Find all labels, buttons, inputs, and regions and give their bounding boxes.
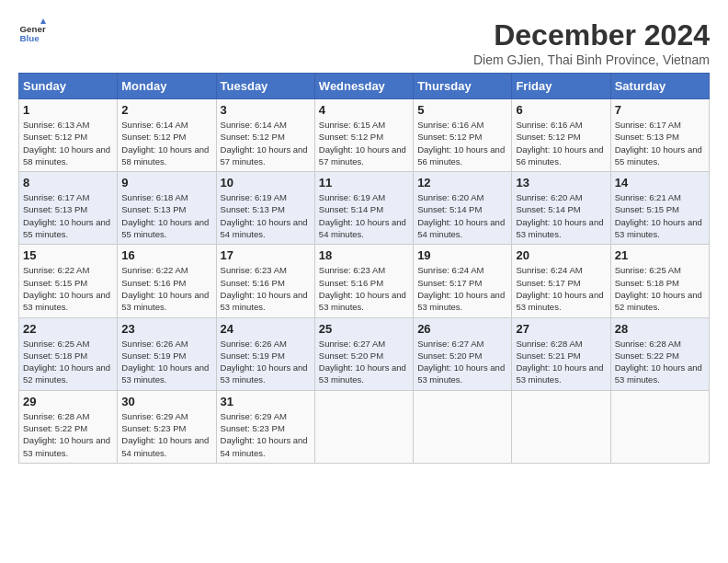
day-info: Sunrise: 6:25 AM Sunset: 5:18 PM Dayligh…: [615, 264, 705, 313]
day-cell: 15 Sunrise: 6:22 AM Sunset: 5:15 PM Dayl…: [19, 245, 118, 317]
day-number: 16: [121, 248, 211, 262]
day-cell: 18 Sunrise: 6:23 AM Sunset: 5:16 PM Dayl…: [314, 245, 413, 317]
day-number: 13: [516, 176, 606, 190]
day-info: Sunrise: 6:14 AM Sunset: 5:12 PM Dayligh…: [121, 119, 211, 167]
day-cell: 13 Sunrise: 6:20 AM Sunset: 5:14 PM Dayl…: [512, 172, 610, 245]
day-cell: 26 Sunrise: 6:27 AM Sunset: 5:20 PM Dayl…: [414, 317, 512, 390]
day-info: Sunrise: 6:22 AM Sunset: 5:16 PM Dayligh…: [121, 264, 211, 313]
day-info: Sunrise: 6:19 AM Sunset: 5:13 PM Dayligh…: [221, 191, 311, 240]
day-number: 28: [615, 322, 705, 336]
header-cell-thursday: Thursday: [414, 74, 512, 99]
day-info: Sunrise: 6:28 AM Sunset: 5:22 PM Dayligh…: [615, 338, 705, 386]
day-number: 30: [121, 395, 211, 408]
calendar-title: December 2024: [473, 18, 710, 52]
page-header: General Blue December 2024 Diem GJien, T…: [18, 18, 710, 67]
day-info: Sunrise: 6:26 AM Sunset: 5:19 PM Dayligh…: [121, 338, 211, 386]
day-cell: 14 Sunrise: 6:21 AM Sunset: 5:15 PM Dayl…: [610, 172, 709, 245]
day-cell: 3 Sunrise: 6:14 AM Sunset: 5:12 PM Dayli…: [216, 99, 314, 172]
day-cell: 22 Sunrise: 6:25 AM Sunset: 5:18 PM Dayl…: [19, 317, 118, 390]
day-cell: 4 Sunrise: 6:15 AM Sunset: 5:12 PM Dayli…: [314, 99, 413, 172]
header-cell-sunday: Sunday: [19, 74, 118, 99]
day-cell: 28 Sunrise: 6:28 AM Sunset: 5:22 PM Dayl…: [610, 317, 709, 390]
logo: General Blue: [18, 18, 46, 46]
header-cell-monday: Monday: [118, 74, 216, 99]
day-info: Sunrise: 6:25 AM Sunset: 5:18 PM Dayligh…: [23, 338, 113, 386]
day-cell: 6 Sunrise: 6:16 AM Sunset: 5:12 PM Dayli…: [512, 99, 610, 172]
day-number: 15: [23, 248, 113, 262]
day-info: Sunrise: 6:28 AM Sunset: 5:21 PM Dayligh…: [516, 338, 606, 386]
day-number: 4: [319, 103, 409, 117]
day-number: 10: [221, 176, 311, 190]
day-cell: 25 Sunrise: 6:27 AM Sunset: 5:20 PM Dayl…: [314, 317, 413, 390]
day-info: Sunrise: 6:29 AM Sunset: 5:23 PM Dayligh…: [121, 410, 211, 459]
day-number: 8: [23, 176, 113, 190]
day-cell: 27 Sunrise: 6:28 AM Sunset: 5:21 PM Dayl…: [512, 317, 610, 390]
day-info: Sunrise: 6:20 AM Sunset: 5:14 PM Dayligh…: [417, 191, 507, 240]
day-info: Sunrise: 6:24 AM Sunset: 5:17 PM Dayligh…: [516, 264, 606, 313]
day-info: Sunrise: 6:21 AM Sunset: 5:15 PM Dayligh…: [615, 191, 705, 240]
day-number: 29: [23, 395, 113, 408]
week-row-2: 8 Sunrise: 6:17 AM Sunset: 5:13 PM Dayli…: [19, 172, 710, 245]
day-number: 14: [615, 176, 705, 190]
calendar-subtitle: Diem GJien, Thai Binh Province, Vietnam: [473, 52, 710, 67]
day-info: Sunrise: 6:18 AM Sunset: 5:13 PM Dayligh…: [121, 191, 211, 240]
day-info: Sunrise: 6:17 AM Sunset: 5:13 PM Dayligh…: [615, 119, 705, 167]
day-number: 20: [516, 248, 606, 262]
header-cell-saturday: Saturday: [610, 74, 709, 99]
day-number: 21: [615, 248, 705, 262]
day-number: 9: [121, 176, 211, 190]
header-row: SundayMondayTuesdayWednesdayThursdayFrid…: [19, 74, 710, 99]
week-row-1: 1 Sunrise: 6:13 AM Sunset: 5:12 PM Dayli…: [19, 99, 710, 172]
day-info: Sunrise: 6:14 AM Sunset: 5:12 PM Dayligh…: [221, 119, 311, 167]
day-info: Sunrise: 6:29 AM Sunset: 5:23 PM Dayligh…: [221, 410, 311, 459]
day-info: Sunrise: 6:24 AM Sunset: 5:17 PM Dayligh…: [417, 264, 507, 313]
day-cell: 8 Sunrise: 6:17 AM Sunset: 5:13 PM Dayli…: [19, 172, 118, 245]
day-number: 3: [221, 103, 311, 117]
day-number: 17: [221, 248, 311, 262]
week-row-5: 29 Sunrise: 6:28 AM Sunset: 5:22 PM Dayl…: [19, 390, 710, 463]
day-cell: 30 Sunrise: 6:29 AM Sunset: 5:23 PM Dayl…: [118, 390, 216, 463]
svg-text:Blue: Blue: [20, 33, 40, 43]
day-info: Sunrise: 6:22 AM Sunset: 5:15 PM Dayligh…: [23, 264, 113, 313]
day-number: 22: [23, 322, 113, 336]
day-cell: 11 Sunrise: 6:19 AM Sunset: 5:14 PM Dayl…: [314, 172, 413, 245]
day-cell: 21 Sunrise: 6:25 AM Sunset: 5:18 PM Dayl…: [610, 245, 709, 317]
day-cell: [610, 390, 709, 463]
day-cell: 20 Sunrise: 6:24 AM Sunset: 5:17 PM Dayl…: [512, 245, 610, 317]
day-cell: 17 Sunrise: 6:23 AM Sunset: 5:16 PM Dayl…: [216, 245, 314, 317]
day-cell: 1 Sunrise: 6:13 AM Sunset: 5:12 PM Dayli…: [19, 99, 118, 172]
day-info: Sunrise: 6:23 AM Sunset: 5:16 PM Dayligh…: [221, 264, 311, 313]
day-cell: 5 Sunrise: 6:16 AM Sunset: 5:12 PM Dayli…: [414, 99, 512, 172]
day-cell: 23 Sunrise: 6:26 AM Sunset: 5:19 PM Dayl…: [118, 317, 216, 390]
day-cell: 16 Sunrise: 6:22 AM Sunset: 5:16 PM Dayl…: [118, 245, 216, 317]
day-cell: 10 Sunrise: 6:19 AM Sunset: 5:13 PM Dayl…: [216, 172, 314, 245]
week-row-4: 22 Sunrise: 6:25 AM Sunset: 5:18 PM Dayl…: [19, 317, 710, 390]
day-info: Sunrise: 6:28 AM Sunset: 5:22 PM Dayligh…: [23, 410, 113, 459]
day-number: 26: [417, 322, 507, 336]
day-cell: 19 Sunrise: 6:24 AM Sunset: 5:17 PM Dayl…: [414, 245, 512, 317]
svg-marker-2: [40, 18, 46, 24]
week-row-3: 15 Sunrise: 6:22 AM Sunset: 5:15 PM Dayl…: [19, 245, 710, 317]
day-info: Sunrise: 6:23 AM Sunset: 5:16 PM Dayligh…: [319, 264, 409, 313]
day-number: 24: [221, 322, 311, 336]
day-cell: 31 Sunrise: 6:29 AM Sunset: 5:23 PM Dayl…: [216, 390, 314, 463]
day-info: Sunrise: 6:19 AM Sunset: 5:14 PM Dayligh…: [319, 191, 409, 240]
header-cell-friday: Friday: [512, 74, 610, 99]
day-info: Sunrise: 6:26 AM Sunset: 5:19 PM Dayligh…: [221, 338, 311, 386]
day-cell: 7 Sunrise: 6:17 AM Sunset: 5:13 PM Dayli…: [610, 99, 709, 172]
day-number: 6: [516, 103, 606, 117]
day-cell: [414, 390, 512, 463]
header-cell-wednesday: Wednesday: [314, 74, 413, 99]
day-info: Sunrise: 6:16 AM Sunset: 5:12 PM Dayligh…: [417, 119, 507, 167]
day-number: 7: [615, 103, 705, 117]
day-number: 12: [417, 176, 507, 190]
day-info: Sunrise: 6:13 AM Sunset: 5:12 PM Dayligh…: [23, 119, 113, 167]
day-cell: 24 Sunrise: 6:26 AM Sunset: 5:19 PM Dayl…: [216, 317, 314, 390]
day-number: 19: [417, 248, 507, 262]
day-number: 2: [121, 103, 211, 117]
day-cell: 29 Sunrise: 6:28 AM Sunset: 5:22 PM Dayl…: [19, 390, 118, 463]
day-cell: 12 Sunrise: 6:20 AM Sunset: 5:14 PM Dayl…: [414, 172, 512, 245]
day-cell: [512, 390, 610, 463]
day-number: 5: [417, 103, 507, 117]
title-section: December 2024 Diem GJien, Thai Binh Prov…: [473, 18, 710, 67]
